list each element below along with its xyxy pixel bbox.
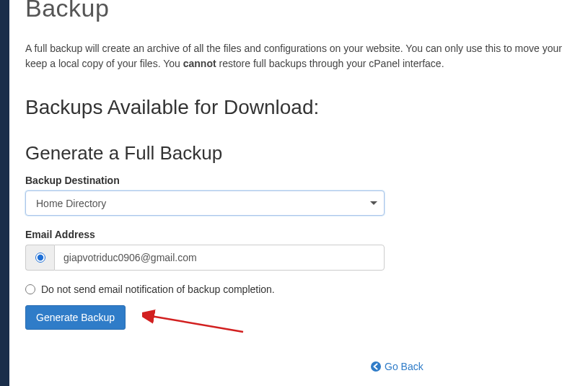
backup-destination-label: Backup Destination	[25, 175, 572, 186]
go-back-link[interactable]: Go Back	[370, 361, 424, 372]
backup-destination-group: Backup Destination Home Directory	[25, 175, 572, 216]
no-email-radio[interactable]	[25, 284, 35, 294]
no-email-radio-row: Do not send email notification of backup…	[25, 284, 572, 295]
backup-destination-select-wrap: Home Directory	[25, 190, 385, 216]
description-post: restore full backups through your cPanel…	[216, 58, 444, 69]
email-address-label: Email Address	[25, 229, 572, 240]
backup-destination-select[interactable]: Home Directory	[25, 190, 385, 216]
available-backups-heading: Backups Available for Download:	[25, 96, 572, 119]
go-back-label: Go Back	[385, 361, 424, 372]
main-content: Backup A full backup will create an arch…	[9, 0, 588, 386]
email-address-group: Email Address	[25, 229, 572, 271]
email-field[interactable]	[54, 245, 385, 271]
generate-full-backup-heading: Generate a Full Backup	[25, 142, 572, 165]
arrow-left-circle-icon	[370, 361, 382, 372]
no-email-label: Do not send email notification of backup…	[41, 284, 275, 295]
svg-point-0	[371, 361, 381, 372]
generate-backup-button[interactable]: Generate Backup	[25, 305, 126, 330]
email-input-row	[25, 245, 385, 271]
sidebar-stripe	[0, 0, 9, 386]
page-title: Backup	[25, 0, 572, 22]
description-bold: cannot	[183, 58, 216, 69]
send-email-radio-cell	[25, 245, 54, 271]
page-description: A full backup will create an archive of …	[25, 41, 572, 71]
send-email-radio[interactable]	[35, 253, 45, 263]
